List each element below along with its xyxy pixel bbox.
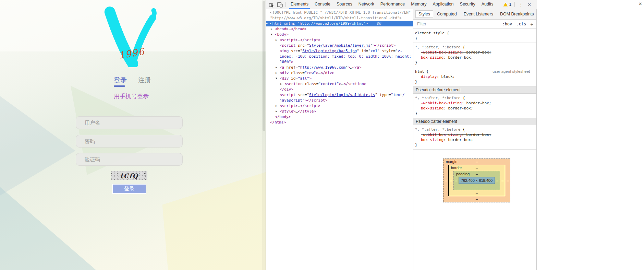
style-rule[interactable]: *, *:after, *:before {-webkit-box-sizing… [413, 43, 536, 67]
devtools-tabs: ElementsConsoleSourcesNetworkPerformance… [288, 0, 496, 9]
tree-node[interactable]: <script src="Style/layer/mobile/layer.js… [266, 43, 413, 48]
tree-node[interactable]: <script src="Style/Login/login/validate.… [266, 92, 413, 98]
sidebar-tab-event-listeners[interactable]: Event Listeners [461, 10, 496, 18]
new-style-rule-button[interactable]: + [530, 21, 533, 27]
sidebar-tab-computed[interactable]: Computed [434, 10, 460, 18]
tree-node[interactable]: </body> [266, 114, 413, 120]
css-property[interactable]: display: block; [415, 74, 536, 79]
tree-node[interactable]: ▶<section class="content">…</section> [266, 81, 413, 87]
toolbar-right: 1 ⋮ ✕ [503, 2, 532, 7]
devtools-tab-security[interactable]: Security [457, 0, 478, 9]
tree-node[interactable]: </html> [266, 120, 413, 125]
sidebar-tab-dom-breakpoints[interactable]: DOM Breakpoints [497, 10, 537, 18]
devtools-tab-memory[interactable]: Memory [408, 0, 429, 9]
login-button[interactable]: 登录 [112, 184, 146, 194]
devtools-tab-audits[interactable]: Audits [478, 0, 497, 9]
style-rule[interactable]: element.style {} [413, 29, 536, 43]
css-property[interactable]: -webkit-box-sizing: border-box; [415, 50, 536, 55]
tree-node[interactable]: <img src="Style/Login/img/bac5.jpg" id="… [266, 48, 413, 54]
styles-filter-row: :hov .cls + [413, 20, 536, 29]
window-close-icon[interactable]: ✕ [639, 1, 642, 7]
box-model-margin: margin – – border – – [443, 159, 511, 202]
phone-login-link[interactable]: 用手机号登录 [114, 92, 149, 100]
device-toolbar-icon[interactable] [276, 0, 284, 9]
style-rule[interactable]: *, *:after, *:before {-webkit-box-sizing… [413, 94, 536, 118]
collapse-arrow-icon[interactable]: ▼ [271, 32, 275, 37]
padding-bottom-value: – [476, 185, 478, 189]
elements-tree: <!DOCTYPE html PUBLIC "-//W3C//DTD XHTML… [266, 9, 413, 270]
expand-arrow-icon[interactable]: ▶ [280, 81, 284, 87]
tree-node[interactable]: <!DOCTYPE html PUBLIC "-//W3C//DTD XHTML… [266, 10, 413, 15]
border-label: border [451, 165, 462, 171]
tree-node[interactable]: ▶<style>…</style> [266, 109, 413, 114]
tree-node[interactable]: index: -100; position: fixed; top: 0; wi… [266, 54, 413, 59]
toggle-hov-button[interactable]: :hov [502, 22, 512, 26]
border-top-value: – [476, 166, 478, 170]
tree-node[interactable]: ▶<a href="http://www.1996v.com">…</a> [266, 65, 413, 70]
tree-node[interactable]: "http://www.w3.org/TR/xhtml1/DTD/xhtml1-… [266, 15, 413, 21]
page-scrollbar-thumb[interactable] [263, 1, 265, 131]
devtools-tab-application[interactable]: Application [429, 0, 457, 9]
tree-node-selected[interactable]: ⋯<html xmlns="http://www.w3.org/1999/xht… [266, 21, 413, 26]
devtools-menu-icon[interactable]: ⋮ [517, 2, 525, 7]
box-model[interactable]: – margin – – border – [438, 159, 512, 202]
styles-section-header: Pseudo ::after element [413, 118, 536, 125]
tree-node[interactable]: javascript"></script> [266, 98, 413, 103]
tree-node[interactable]: ▶<script>…</script> [266, 37, 413, 43]
tree-node[interactable]: ▼<body> [266, 32, 413, 37]
margin-top-value: – [476, 160, 478, 164]
username-input[interactable] [76, 117, 182, 129]
position-right-value: – [510, 178, 515, 183]
devtools-tab-elements[interactable]: Elements [288, 0, 312, 9]
captcha-image[interactable]: tCfQ [111, 171, 147, 180]
console-warning-badge[interactable]: 1 [503, 2, 511, 7]
margin-right-value: – [505, 178, 510, 183]
tree-node[interactable]: </div> [266, 87, 413, 92]
devtools-toolbar: ElementsConsoleSourcesNetworkPerformance… [266, 0, 537, 9]
page-scrollbar[interactable] [262, 0, 266, 270]
devtools-body: <!DOCTYPE html PUBLIC "-//W3C//DTD XHTML… [266, 9, 537, 270]
devtools-tab-console[interactable]: Console [312, 0, 333, 9]
css-property[interactable]: -webkit-box-sizing: border-box; [415, 101, 536, 106]
sidebar-tabs: StylesComputedEvent ListenersDOM Breakpo… [413, 9, 536, 20]
style-rule[interactable]: html {user agent stylesheetdisplay: bloc… [413, 67, 536, 86]
devtools-tab-sources[interactable]: Sources [333, 0, 355, 9]
css-property[interactable]: box-sizing: border-box; [415, 55, 536, 60]
toggle-cls-button[interactable]: .cls [516, 22, 526, 26]
padding-left-value: – [454, 178, 459, 183]
devtools-tab-network[interactable]: Network [355, 0, 377, 9]
css-property[interactable]: box-sizing: border-box; [415, 137, 536, 142]
position-left-value: – [438, 178, 443, 183]
tree-node[interactable]: 100%"> [266, 59, 413, 65]
expand-arrow-icon[interactable]: ▶ [276, 109, 280, 114]
tree-node[interactable]: ▶<script>…</script> [266, 103, 413, 109]
password-input[interactable] [76, 135, 182, 147]
tab-login[interactable]: 登录 [114, 76, 127, 85]
style-rule[interactable]: *, *:after, *:before {-webkit-box-sizing… [413, 125, 536, 150]
expand-arrow-icon[interactable]: ▶ [276, 37, 280, 43]
devtools-close-icon[interactable]: ✕ [525, 2, 532, 7]
expand-arrow-icon[interactable]: ▶ [276, 70, 280, 76]
expand-arrow-icon[interactable]: ▶ [276, 65, 280, 70]
sidebar-tab-styles[interactable]: Styles [415, 10, 433, 18]
expand-arrow-icon[interactable]: ▶ [276, 103, 280, 109]
css-property[interactable]: -webkit-box-sizing: border-box; [415, 132, 536, 137]
border-bottom-value: – [476, 191, 478, 195]
expand-arrow-icon[interactable]: ▶ [271, 26, 275, 32]
captcha-field-wrap [76, 153, 183, 166]
devtools-tab-performance[interactable]: Performance [377, 0, 408, 9]
warning-count: 1 [509, 2, 511, 7]
css-property[interactable]: box-sizing: border-box; [415, 106, 536, 111]
captcha-input[interactable] [76, 153, 182, 165]
active-tab-underline [114, 85, 125, 87]
tab-register[interactable]: 注册 [138, 76, 151, 85]
tree-node[interactable]: ▶<div class="row">…</div> [266, 70, 413, 76]
collapse-arrow-icon[interactable]: ▼ [276, 76, 280, 81]
screen: 1996 登录 注册 用手机号登录 tCfQ 登录 [0, 0, 644, 270]
tree-node[interactable]: ▶<head>…</head> [266, 26, 413, 32]
inspect-element-icon[interactable] [267, 0, 276, 9]
styles-filter-input[interactable] [416, 21, 498, 27]
background-polygon [0, 187, 96, 270]
padding-top-value: – [476, 172, 478, 176]
tree-node[interactable]: ▼<div id="all"> [266, 76, 413, 81]
